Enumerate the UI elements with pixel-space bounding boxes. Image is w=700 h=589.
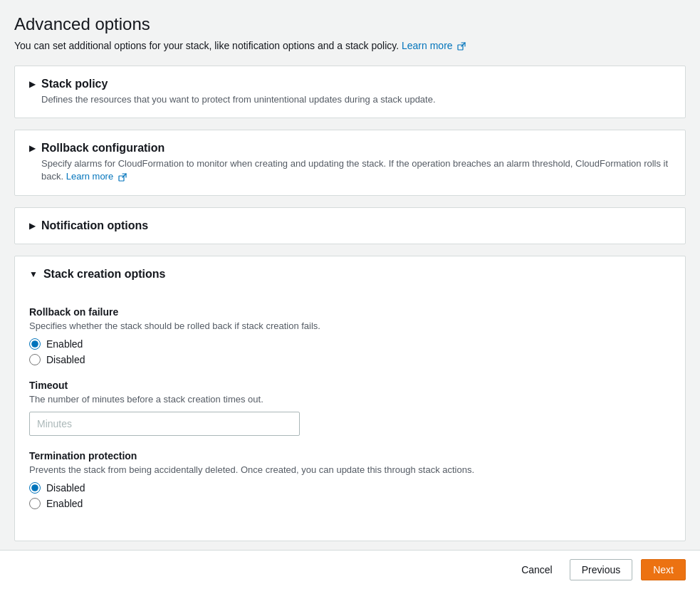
notification-options-section: ▶ Notification options (14, 207, 686, 244)
stack-creation-arrow: ▼ (29, 269, 38, 279)
stack-policy-section: ▶ Stack policy Defines the resources tha… (14, 66, 686, 118)
previous-button[interactable]: Previous (570, 559, 632, 580)
footer: Cancel Previous Next (0, 550, 700, 589)
timeout-description: The number of minutes before a stack cre… (29, 394, 671, 405)
rollback-disabled-radio[interactable] (29, 354, 41, 365)
termination-protection-field: Termination protection Prevents the stac… (29, 450, 671, 509)
stack-creation-section: ▼ Stack creation options Rollback on fai… (14, 256, 686, 541)
stack-creation-title-block: Stack creation options (43, 268, 166, 281)
tp-enabled-label: Enabled (46, 498, 83, 509)
stack-policy-title: Stack policy (41, 78, 436, 90)
timeout-label: Timeout (29, 380, 671, 391)
stack-creation-body: Rollback on failure Specifies whether th… (15, 292, 685, 541)
rollback-config-subtitle: Specify alarms for CloudFormation to mon… (41, 157, 671, 183)
rollback-enabled-label: Enabled (46, 338, 83, 350)
stack-creation-header[interactable]: ▼ Stack creation options (15, 256, 685, 292)
tp-enabled-radio[interactable] (29, 498, 41, 509)
rollback-disabled-option[interactable]: Disabled (29, 354, 671, 365)
rollback-config-title-block: Rollback configuration Specify alarms fo… (41, 142, 671, 183)
rollback-on-failure-field: Rollback on failure Specifies whether th… (29, 306, 671, 365)
rollback-on-failure-label: Rollback on failure (29, 306, 671, 318)
timeout-input[interactable] (29, 412, 300, 436)
page-container: Advanced options You can set additional … (0, 0, 700, 589)
tp-disabled-label: Disabled (46, 482, 85, 494)
stack-policy-title-block: Stack policy Defines the resources that … (41, 78, 436, 106)
rollback-enabled-option[interactable]: Enabled (29, 338, 671, 350)
termination-protection-label: Termination protection (29, 450, 671, 462)
timeout-field: Timeout The number of minutes before a s… (29, 380, 671, 436)
page-description: You can set additional options for your … (14, 40, 686, 51)
rollback-config-header[interactable]: ▶ Rollback configuration Specify alarms … (15, 130, 685, 194)
notification-options-title: Notification options (41, 219, 148, 232)
termination-protection-description: Prevents the stack from being accidental… (29, 464, 671, 475)
stack-policy-header[interactable]: ▶ Stack policy Defines the resources tha… (15, 66, 685, 118)
rollback-config-learn-more-link[interactable]: Learn more (66, 171, 127, 182)
termination-protection-radio-group: Disabled Enabled (29, 482, 671, 509)
rollback-on-failure-radio-group: Enabled Disabled (29, 338, 671, 365)
notification-options-title-block: Notification options (41, 219, 148, 232)
notification-options-arrow: ▶ (29, 221, 36, 231)
rollback-config-section: ▶ Rollback configuration Specify alarms … (14, 130, 686, 195)
tp-enabled-option[interactable]: Enabled (29, 498, 671, 509)
stack-policy-arrow: ▶ (29, 79, 36, 89)
stack-policy-subtitle: Defines the resources that you want to p… (41, 93, 436, 106)
rollback-external-icon (118, 173, 127, 182)
rollback-config-title: Rollback configuration (41, 142, 671, 155)
rollback-on-failure-description: Specifies whether the stack should be ro… (29, 320, 671, 331)
tp-disabled-radio[interactable] (29, 482, 41, 494)
page-learn-more-link[interactable]: Learn more (402, 40, 466, 51)
cancel-button[interactable]: Cancel (513, 560, 561, 580)
rollback-enabled-radio[interactable] (29, 338, 41, 350)
rollback-config-arrow: ▶ (29, 143, 36, 153)
external-link-icon (457, 42, 466, 51)
page-title: Advanced options (14, 14, 686, 34)
stack-creation-title: Stack creation options (43, 268, 166, 281)
next-button[interactable]: Next (641, 559, 686, 580)
rollback-disabled-label: Disabled (46, 354, 85, 365)
tp-disabled-option[interactable]: Disabled (29, 482, 671, 494)
notification-options-header[interactable]: ▶ Notification options (15, 208, 685, 244)
